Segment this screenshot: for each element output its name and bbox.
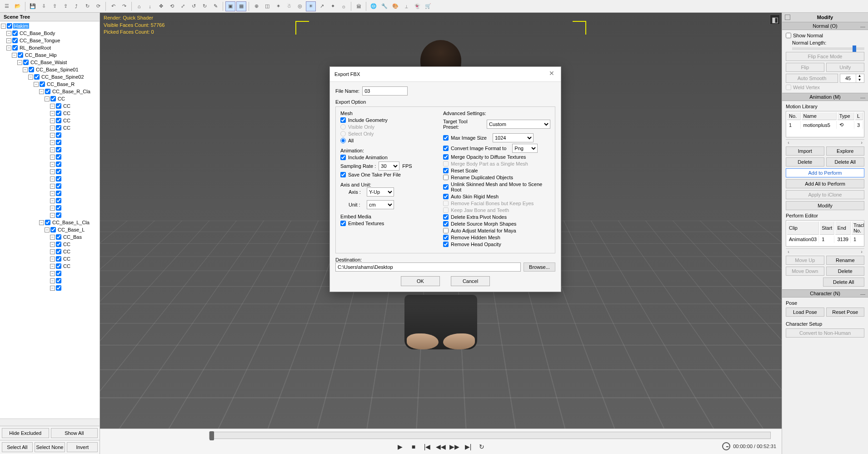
add-to-perform-button[interactable]: Add to Perform [786,168,864,177]
max-image-select[interactable]: 1024 [493,133,534,142]
tree-node[interactable]: −CC [1,241,99,248]
tree-checkbox[interactable] [50,227,56,232]
tree-label[interactable]: CC_Base_L_Cla [51,220,90,225]
import-button[interactable]: Import [786,146,824,156]
embed-textures-checkbox[interactable] [340,221,346,226]
tree-toggle-icon[interactable]: − [50,147,55,152]
tree-node[interactable]: −CC_Base_Waist [1,59,99,66]
tree-toggle-icon[interactable]: − [6,45,11,50]
character-section-header[interactable]: Character (N) [810,291,840,296]
tree-toggle-icon[interactable]: − [50,198,55,203]
tree-toggle-icon[interactable]: − [50,242,55,247]
tree-node[interactable]: − [1,284,99,292]
redo-icon[interactable]: ↷ [119,1,129,11]
tree-checkbox[interactable] [56,132,61,138]
tree-toggle-icon[interactable]: − [12,53,17,58]
tree-checkbox[interactable] [56,176,61,182]
tree-checkbox[interactable] [56,169,61,174]
tree-label[interactable]: CC_Base_Spine01 [35,67,80,72]
move-icon[interactable]: ✥ [156,1,166,11]
tree-label[interactable]: CC_Base_L [57,227,85,232]
tree-toggle-icon[interactable]: − [6,31,11,36]
tree-node[interactable]: −CC [1,248,99,255]
viewport-3d[interactable]: Render: Quick Shader Visible Faces Count… [100,13,782,429]
tree-toggle-icon[interactable]: − [17,60,22,65]
tree-label[interactable]: CC [62,118,71,123]
hide-excluded-button[interactable]: Hide Excluded [2,428,49,438]
axis-select[interactable]: Y-Up [367,187,394,197]
tree-checkbox[interactable] [12,30,18,36]
tree-checkbox[interactable] [56,183,61,189]
tree-toggle-icon[interactable]: − [50,191,55,196]
tree-checkbox[interactable] [56,191,61,196]
tree-toggle-icon[interactable]: − [34,82,39,87]
tree-checkbox[interactable] [7,23,12,29]
tree-node[interactable]: −CC_Base_Tongue [1,37,99,44]
target-icon[interactable]: ◎ [295,1,305,11]
tree-toggle-icon[interactable]: − [50,257,55,262]
tree-node[interactable]: −CC [1,262,99,270]
delete-all-motion-button[interactable]: Delete All [826,157,865,166]
tree-node[interactable]: −Hakim [1,22,99,30]
tree-checkbox[interactable] [34,74,40,80]
panel-menu-icon[interactable] [785,15,790,20]
tree-checkbox[interactable] [12,38,18,43]
timeline-playhead[interactable] [210,431,214,440]
convert-image-checkbox[interactable] [443,146,449,151]
open-icon[interactable]: 📂 [13,1,23,11]
tree-label[interactable]: CC_Base_Hip [24,52,58,58]
tree-checkbox[interactable] [50,96,56,101]
tree-node[interactable]: −CC_Base_Body [1,30,99,37]
convert-image-select[interactable]: Png [512,144,538,153]
tree-checkbox[interactable] [56,234,61,240]
motion-library-table[interactable]: No.NameTypeL 1motionplus5⟲3 [786,111,864,137]
browse-button[interactable]: Browse... [524,262,555,272]
tree-toggle-icon[interactable]: − [50,264,55,269]
axis-icon[interactable]: ✶ [273,1,283,11]
del-pivot-checkbox[interactable] [443,214,449,220]
tree-checkbox[interactable] [56,118,61,123]
tree-label[interactable]: CC_Base_Spine02 [40,74,85,80]
ok-button[interactable]: OK [401,276,440,286]
ghost-icon[interactable]: 👻 [412,1,422,11]
show-all-button[interactable]: Show All [51,428,98,438]
globe-icon[interactable]: 🌐 [369,1,379,11]
normal-length-slider[interactable] [792,47,864,50]
tree-toggle-icon[interactable]: − [50,249,55,254]
tree-node[interactable]: −CC_Base_Spine01 [1,66,99,73]
refresh-icon[interactable]: ↻ [82,1,92,11]
tree-toggle-icon[interactable]: − [1,24,6,29]
tree-toggle-icon[interactable]: − [6,38,11,43]
wire-icon[interactable]: ✦ [328,1,338,11]
tree-checkbox[interactable] [18,52,23,58]
tree-node[interactable]: − [1,131,99,139]
tree-checkbox[interactable] [56,205,61,211]
tree-label[interactable]: CC [62,125,71,131]
tree-toggle-icon[interactable]: − [45,96,50,101]
reset-scale-checkbox[interactable] [443,168,449,173]
tree-toggle-icon[interactable]: − [50,271,55,276]
tree-node[interactable]: −CC_Base_R [1,81,99,88]
sun-icon[interactable]: ☼ [339,1,349,11]
tree-checkbox[interactable] [56,249,61,254]
tree-label[interactable]: RL_BoneRoot [19,45,52,50]
tree-node[interactable]: − [1,161,99,168]
last-frame-icon[interactable]: ▶| [464,442,473,451]
palette-icon[interactable]: 🎨 [390,1,400,11]
tree-checkbox[interactable] [56,212,61,218]
del-morph-checkbox[interactable] [443,221,449,227]
tree-node[interactable]: −CC [1,110,99,117]
edit-mesh-icon[interactable]: ◫ [262,1,272,11]
tree-node[interactable]: − [1,146,99,153]
scene-tree[interactable]: −Hakim−CC_Base_Body−CC_Base_Tongue−RL_Bo… [0,21,100,419]
tree-hscroll[interactable] [0,419,100,426]
collapse-icon[interactable]: — [860,24,865,29]
select-none-button[interactable]: Select None [35,442,65,452]
tree-label[interactable]: CC [57,96,66,101]
tree-toggle-icon[interactable]: − [50,206,55,211]
tree-node[interactable]: −CC [1,95,99,102]
all-radio[interactable] [340,138,346,143]
show-normal-checkbox[interactable] [786,33,791,38]
tree-toggle-icon[interactable]: − [28,75,33,80]
tree-toggle-icon[interactable]: − [50,235,55,240]
